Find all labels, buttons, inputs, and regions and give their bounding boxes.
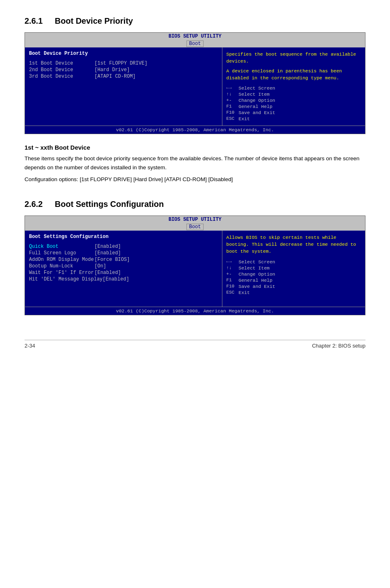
page-footer: 2-34 Chapter 2: BIOS setup	[25, 340, 365, 349]
bios-item-label-b3: Bootup Num-Lock	[29, 263, 94, 269]
bios-key-label-esc: Exit	[239, 116, 250, 121]
bios-tabbar-2: Boot	[25, 223, 365, 231]
subsection-1-para-2: Configuration options: [1st FLOPPY DRIVE…	[25, 175, 365, 184]
bios-key-sym-screen: ←→	[226, 85, 239, 90]
bios-item-label-1: 2nd Boot Device	[29, 67, 94, 73]
subsection-1-para-1: These items specify the boot device prio…	[25, 154, 365, 172]
bios-footer-2: v02.61 (C)Copyright 1985-2008, American …	[25, 307, 365, 315]
bios-item-label-b5: Hit 'DEL' Message Display	[29, 276, 103, 282]
bios-left-panel-1: Boot Device Priority 1st Boot Device [1s…	[25, 47, 222, 126]
bios-key2-sym-f1: F1	[226, 278, 239, 283]
bios-key2-label-f1: General Help	[239, 278, 273, 283]
bios-key-row-3: F1 General Help	[226, 104, 361, 109]
bios-key-row-0: ←→ Select Screen	[226, 85, 361, 91]
bios-item-label-b1: Full Screen Logo	[29, 250, 94, 256]
bios-item-2[interactable]: 3rd Boot Device [ATAPI CD-ROM]	[29, 74, 218, 79]
bios-item-b4[interactable]: Wait For 'F1' If Error [Enabled]	[29, 270, 218, 276]
bios-key2-sym-screen: ←→	[226, 259, 239, 264]
section-2-heading: 2.6.2 Boot Settings Configuration	[25, 200, 365, 209]
bios-key-label-f10: Save and Exit	[239, 110, 276, 115]
bios-item-label-0: 1st Boot Device	[29, 61, 94, 66]
bios-key-label-item: Select Item	[239, 92, 270, 97]
bios-item-value-0: [1st FLOPPY DRIVE]	[94, 61, 148, 66]
bios-key-label-f1: General Help	[239, 104, 273, 109]
bios-item-value-b3: [On]	[94, 263, 106, 269]
bios-item-value-2: [ATAPI CD-ROM]	[94, 74, 136, 79]
bios-key-sym-item: ↑↓	[226, 92, 239, 97]
subsection-1-heading: 1st ~ xxth Boot Device	[25, 144, 365, 151]
bios-key-row-1: ↑↓ Select Item	[226, 92, 361, 97]
bios-item-0[interactable]: 1st Boot Device [1st FLOPPY DRIVE]	[29, 61, 218, 66]
bios-key2-sym-esc: ESC	[226, 290, 239, 295]
bios-key2-row-5: ESC Exit	[226, 290, 361, 295]
bios-screen-2: BIOS SETUP UTILITY Boot Boot Settings Co…	[25, 215, 365, 315]
bios-item-value-b4: [Enabled]	[94, 270, 121, 276]
bios-key2-label-f10: Save and Exit	[239, 284, 276, 289]
bios-key2-sym-item: ↑↓	[226, 265, 239, 270]
bios-key-row-2: +- Change Option	[226, 98, 361, 103]
bios-body-1: Boot Device Priority 1st Boot Device [1s…	[25, 47, 365, 126]
bios-title-2: BIOS SETUP UTILITY	[25, 216, 365, 223]
bios-item-value-b1: [Enabled]	[94, 250, 121, 256]
section-1-heading: 2.6.1 Boot Device Priority	[25, 16, 365, 26]
bios-tab-boot-1[interactable]: Boot	[186, 40, 204, 47]
bios-key2-row-2: +- Change Option	[226, 272, 361, 277]
bios-key2-sym-f10: F10	[226, 284, 239, 289]
bios-key-label-screen: Select Screen	[239, 85, 276, 91]
bios-key-label-change: Change Option	[239, 98, 276, 103]
bios-item-b1[interactable]: Full Screen Logo [Enabled]	[29, 250, 218, 256]
bios-section-title-2: Boot Settings Configuration	[29, 234, 218, 240]
bios-right-panel-1: Specifies the boot sequence from the ava…	[222, 47, 365, 126]
bios-key-sym-esc: ESC	[226, 116, 239, 121]
bios-keys-1: ←→ Select Screen ↑↓ Select Item +- Chang…	[226, 85, 361, 121]
bios-item-label-b0: Quick Boot	[29, 244, 94, 249]
bios-item-b0[interactable]: Quick Boot [Enabled]	[29, 244, 218, 249]
chapter-label: Chapter 2: BIOS setup	[312, 343, 365, 349]
bios-item-b3[interactable]: Bootup Num-Lock [On]	[29, 263, 218, 269]
spacer-1	[25, 187, 365, 200]
bios-help-2-p1: Allows BIOS to skip certain tests while …	[226, 234, 361, 255]
bios-screen-1: BIOS SETUP UTILITY Boot Boot Device Prio…	[25, 32, 365, 134]
bios-help-p1: Specifies the boot sequence from the ava…	[226, 51, 361, 65]
bios-section-title-1: Boot Device Priority	[29, 51, 218, 56]
page-number: 2-34	[25, 343, 35, 349]
bios-right-panel-2: Allows BIOS to skip certain tests while …	[222, 231, 365, 307]
bios-empty-space-2	[29, 283, 218, 303]
bios-item-1[interactable]: 2nd Boot Device [Hard Drive]	[29, 67, 218, 73]
bios-item-value-b5: [Enabled]	[103, 276, 129, 282]
bios-item-b2[interactable]: AddOn ROM Display Mode [Force BIOS]	[29, 257, 218, 263]
bios-key2-label-screen: Select Screen	[239, 259, 276, 265]
bios-keys-2: ←→ Select Screen ↑↓ Select Item +- Chang…	[226, 259, 361, 295]
bios-item-label-2: 3rd Boot Device	[29, 74, 94, 79]
bios-key2-row-3: F1 General Help	[226, 278, 361, 283]
bios-item-value-b0: [Enabled]	[94, 244, 121, 249]
bios-key2-sym-change: +-	[226, 272, 239, 276]
bios-item-value-b2: [Force BIOS]	[94, 257, 130, 263]
bios-key2-row-4: F10 Save and Exit	[226, 284, 361, 289]
bios-item-label-b4: Wait For 'F1' If Error	[29, 270, 94, 276]
bios-key-sym-f10: F10	[226, 110, 239, 115]
bios-help-2: Allows BIOS to skip certain tests while …	[226, 234, 361, 255]
bios-key-row-4: F10 Save and Exit	[226, 110, 361, 115]
bios-item-b5[interactable]: Hit 'DEL' Message Display [Enabled]	[29, 276, 218, 282]
bios-key-sym-f1: F1	[226, 104, 239, 109]
bios-key2-row-0: ←→ Select Screen	[226, 259, 361, 265]
bios-help-p2: A device enclosed in parenthesis has bee…	[226, 67, 361, 82]
bios-item-value-1: [Hard Drive]	[94, 67, 130, 73]
bios-key2-label-item: Select Item	[239, 265, 270, 271]
bios-key2-label-esc: Exit	[239, 290, 250, 295]
bios-tabbar-1: Boot	[25, 40, 365, 47]
bios-empty-space-1	[29, 80, 218, 101]
bios-tab-boot-2[interactable]: Boot	[186, 224, 204, 230]
bios-body-2: Boot Settings Configuration Quick Boot […	[25, 231, 365, 307]
bios-key-sym-change: +-	[226, 98, 239, 103]
bios-key2-row-1: ↑↓ Select Item	[226, 265, 361, 271]
bios-footer-1: v02.61 (C)Copyright 1985-2008, American …	[25, 126, 365, 134]
bios-help-1: Specifies the boot sequence from the ava…	[226, 51, 361, 81]
bios-item-label-b2: AddOn ROM Display Mode	[29, 257, 94, 263]
bios-title-1: BIOS SETUP UTILITY	[25, 33, 365, 40]
bios-key-row-5: ESC Exit	[226, 116, 361, 121]
bios-key2-label-change: Change Option	[239, 272, 276, 277]
bios-left-panel-2: Boot Settings Configuration Quick Boot […	[25, 231, 222, 307]
